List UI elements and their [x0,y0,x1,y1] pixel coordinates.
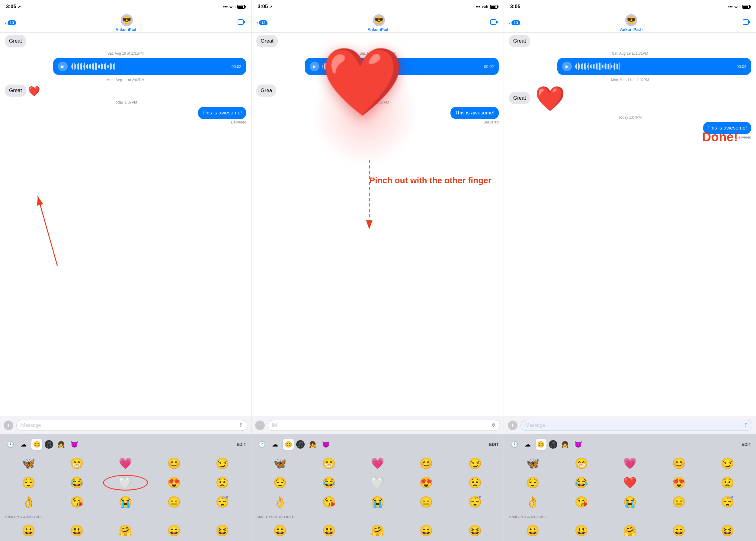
emoji-ok-1[interactable]: 👌 [5,493,52,511]
audio-message-3[interactable]: ▶ 00:02 [557,58,751,75]
emoji-grin-3[interactable]: 😁 [558,454,605,472]
emoji-hearts-1[interactable]: 💗 [102,454,149,472]
emoji-kiss-2[interactable]: 😘 [305,493,353,511]
custom-emoji-2[interactable]: 🎵 [296,440,305,449]
emoji-smiley-3[interactable]: 😃 [558,522,605,540]
message-input-2[interactable]: iM 🎙 [268,420,500,431]
emoji-smile-3[interactable]: 😊 [655,454,702,472]
emoji-laugh-2[interactable]: 😂 [305,474,353,492]
emoji-smile-2[interactable]: 😊 [402,454,450,472]
recent-tab-2[interactable]: 🕐 [256,439,267,450]
emoji-smirk-3[interactable]: 😏 [704,454,751,472]
plus-button-3[interactable]: + [508,420,517,430]
video-call-button-2[interactable] [490,19,499,27]
contact-info-1[interactable]: 😎 Ankur iPad › [116,14,138,32]
devil-tab-2[interactable]: 😈 [320,439,331,450]
video-call-button-1[interactable] [238,19,246,27]
emoji-grin-2[interactable]: 😁 [305,454,353,472]
message-input-1[interactable]: iMessage 🎙 [16,420,247,431]
emoji-worried-3[interactable]: 😟 [704,474,751,492]
edit-button-3[interactable]: EDIT [742,442,751,447]
emoji-kiss-1[interactable]: 😘 [53,493,101,511]
emoji-hug-3[interactable]: 🤗 [606,522,654,540]
emoji-neutral-1[interactable]: 😑 [150,493,198,511]
emoji-worried-2[interactable]: 😟 [451,474,498,492]
emoji-white-heart-1[interactable]: 🤍 [102,474,149,492]
custom-emoji-3[interactable]: 🎵 [549,440,557,449]
back-count-1[interactable]: 13 [8,20,16,25]
recent-tab-3[interactable]: 🕐 [509,439,520,450]
smiley-tab-2[interactable]: 😊 [283,439,294,450]
recent-tab-1[interactable]: 🕐 [5,439,16,450]
emoji-sleep-1[interactable]: 😴 [199,493,246,511]
emoji-extra2-1[interactable]: 😆 [199,522,246,540]
emoji-neutral-2[interactable]: 😑 [402,493,450,511]
emoji-ok-3[interactable]: 👌 [509,493,556,511]
emoji-smirk-1[interactable]: 😏 [199,454,246,472]
emoji-extra-1[interactable]: 😄 [150,522,198,540]
plus-button-1[interactable]: + [4,420,13,430]
emoji-sleep-2[interactable]: 😴 [451,493,498,511]
back-button-2[interactable]: ‹ 13 [256,19,268,26]
contact-info-3[interactable]: 😎 Ankur iPad › [620,14,643,32]
back-count-2[interactable]: 13 [259,20,268,25]
audio-play-icon[interactable]: ▶ [58,62,68,71]
plus-button-2[interactable]: + [255,420,265,430]
back-button-3[interactable]: ‹ 13 [509,19,520,26]
emoji-heart-eyes-3[interactable]: 😍 [655,474,702,492]
smiley-tab-1[interactable]: 😊 [31,439,42,450]
emoji-relieved-2[interactable]: 😌 [256,474,304,492]
emoji-hug-2[interactable]: 🤗 [354,522,401,540]
emoji-grinning-3[interactable]: 😀 [509,522,556,540]
cloud-tab-1[interactable]: ☁ [18,439,29,450]
emoji-kiss-3[interactable]: 😘 [558,493,605,511]
smiley-tab-3[interactable]: 😊 [536,439,546,450]
custom-emoji-1[interactable]: 🎵 [45,440,53,449]
video-call-button-3[interactable] [743,19,751,27]
emoji-neutral-3[interactable]: 😑 [655,493,702,511]
emoji-cry-1[interactable]: 😭 [102,493,149,511]
emoji-heart-eyes-1[interactable]: 😍 [150,474,198,492]
emoji-extra2-2[interactable]: 😆 [451,522,498,540]
person-tab-1[interactable]: 👧 [56,439,66,450]
emoji-cry-3[interactable]: 😭 [606,493,654,511]
emoji-extra-3[interactable]: 😄 [655,522,702,540]
emoji-red-heart-3[interactable]: ❤️ [606,474,654,492]
emoji-hearts-2[interactable]: 💗 [354,454,401,472]
audio-message-1[interactable]: ▶ 00:02 [53,58,246,75]
emoji-laugh-3[interactable]: 😂 [558,474,605,492]
emoji-hearts-3[interactable]: 💗 [606,454,654,472]
emoji-extra-2[interactable]: 😄 [402,522,450,540]
audio-play-icon-3[interactable]: ▶ [562,62,572,71]
edit-button-2[interactable]: EDIT [489,442,499,447]
devil-tab-1[interactable]: 😈 [69,439,80,450]
emoji-relieved-1[interactable]: 😌 [5,474,52,492]
message-input-3[interactable]: iMessage 🎙 [520,420,752,431]
devil-tab-3[interactable]: 😈 [573,439,584,450]
emoji-extra2-3[interactable]: 😆 [704,522,751,540]
emoji-butterfly-1[interactable]: 🦋 [5,454,52,472]
emoji-smile-1[interactable]: 😊 [150,454,198,472]
emoji-grin-1[interactable]: 😁 [53,454,101,472]
cloud-tab-2[interactable]: ☁ [270,439,281,450]
emoji-cry-2[interactable]: 😭 [354,493,401,511]
person-tab-3[interactable]: 👧 [560,439,571,450]
emoji-relieved-3[interactable]: 😌 [509,474,556,492]
emoji-butterfly-2[interactable]: 🦋 [256,454,304,472]
emoji-laugh-1[interactable]: 😂 [53,474,101,492]
emoji-ok-2[interactable]: 👌 [256,493,304,511]
emoji-heart-eyes-2[interactable]: 😍 [402,474,450,492]
emoji-grinning-1[interactable]: 😀 [5,522,52,540]
back-count-3[interactable]: 13 [511,20,520,25]
cloud-tab-3[interactable]: ☁ [522,439,533,450]
emoji-hug-1[interactable]: 🤗 [102,522,149,540]
emoji-butterfly-3[interactable]: 🦋 [509,454,556,472]
emoji-smirk-2[interactable]: 😏 [451,454,498,472]
emoji-grinning-2[interactable]: 😀 [256,522,304,540]
person-tab-2[interactable]: 👧 [307,439,318,450]
back-button-1[interactable]: ‹ 13 [5,19,16,26]
emoji-white-heart-2[interactable]: 🤍 [354,474,401,492]
contact-info-2[interactable]: 😎 Ankur iPad › [368,14,390,32]
emoji-smiley-1[interactable]: 😃 [53,522,101,540]
emoji-worried-1[interactable]: 😟 [199,474,246,492]
